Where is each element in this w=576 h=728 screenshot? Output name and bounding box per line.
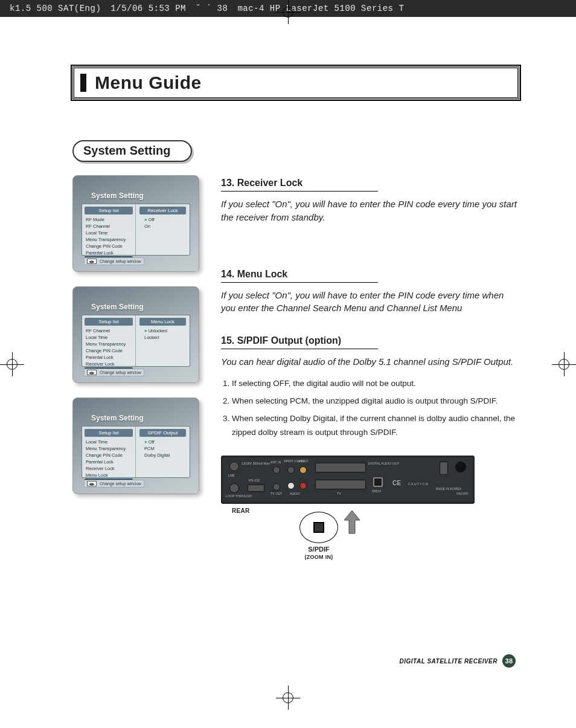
screenshot-column: System Setting Setup list RF Mode RF Cha… [72,175,205,560]
audio-r-icon [299,482,307,489]
zoom-label: S/PDIF [299,546,338,553]
left-list-header: Setup list [85,318,133,326]
body-spdif: You can hear digital audio of the Dolby … [221,355,519,369]
footer-text: Change setup window [100,259,141,263]
option: Dolby Digital [139,452,186,459]
page: k1.5 500 SAT(Eng) 1/5/06 5:53 PM ˘ ` 38 … [0,0,576,728]
list-item: Parental Lock [85,354,133,361]
list-item: When selecting PCM, the unzipped digital… [232,395,519,408]
list-item: Change PIN Code [85,347,133,354]
list-item: Local Time [85,230,133,236]
body-receiver-lock: If you select "On", you will have to ent… [221,198,519,224]
right-list-header: SPDIF Output [139,429,186,437]
title-box: Menu Guide [72,66,519,99]
option-selected: Unlocked [139,327,186,334]
caution-text: C A U T I O N [408,482,428,486]
crop-mark-left [0,352,24,376]
section-pill: System Setting [72,140,192,162]
list-item: Local Time [85,334,133,341]
heading-menu-lock: 14. Menu Lock [221,269,519,283]
heading-underline [221,349,378,349]
ant-in-text: ANT IN [270,460,281,464]
zoom-circle [299,512,338,543]
screenshot-footer: ◀▶ Change setup window [84,480,144,488]
heading-underline [221,282,378,283]
video-port-icon [299,466,307,474]
rs232-port-icon [248,485,264,492]
print-job-pagemark: ˘ ` 38 [196,0,228,17]
option: PCM [139,445,186,452]
heading-text: 13. Receiver Lock [221,178,302,188]
list-item: Receiver Lock [85,465,133,472]
zoom-in-block: S/PDIF (ZOOM IN) [299,512,338,560]
rear-panel-wrap: 13/18V 500mA Max. LNB LOOP THROUGH RS-23… [221,456,519,560]
spdif-list: If selecting OFF, the digital audio will… [221,377,519,440]
tv-out-icon [273,483,280,491]
left-item-list: Local Time Menu Transparency Change PIN … [85,439,133,485]
list-item: Menu Transparency [85,445,133,452]
option: On [139,223,186,230]
crop-mark-top [276,0,300,24]
left-list-header: Setup list [85,207,133,214]
footer-text: DIGITAL SATELLITE RECEIVER [400,658,498,665]
onoff-text: ON/OFF [456,492,469,495]
tv-out-text: TV OUT [270,492,283,495]
list-item: RF Channel [85,223,133,230]
scart-2-icon [315,480,366,489]
digital-out-text: DIGITAL AUDIO OUT [368,462,399,465]
list-item: RF Channel [85,327,133,334]
list-item: If selecting OFF, the digital audio will… [232,377,519,391]
list-item: Parental Lock [85,250,133,256]
left-item-list: RF Mode RF Channel Local Time Menu Trans… [85,216,133,263]
list-item: When selecting Dolby Digital, if the cur… [232,412,519,440]
loop-port-icon [229,483,239,493]
fuse-icon [440,462,448,475]
power-switch-icon [455,462,466,472]
footer-text: Change setup window [100,482,141,486]
body-menu-lock: If you select "On", you will have to ent… [221,289,519,315]
lnb-text: LNB [228,474,234,477]
heading-text: 14. Menu Lock [221,269,287,279]
crop-mark-right [552,352,576,376]
page-footer: DIGITAL SATELLITE RECEIVER 38 [400,654,516,668]
spdif-zoom-icon [313,522,324,533]
list-item: Change PIN Code [85,452,133,459]
rs232-text: RS-232 [249,478,260,482]
print-job-device: mac-4 HP LaserJet 5100 Series T [237,0,404,17]
option-selected: Off [139,439,186,445]
text-column: 13. Receiver Lock If you select "On", yo… [221,175,519,560]
left-list-header: Setup list [85,429,133,437]
page-title: Menu Guide [95,72,202,93]
footer-text: Change setup window [100,370,141,375]
spdif-text: SPDIF [372,489,382,493]
list-item: Menu Transparency [85,341,133,347]
screenshot-panel: Setup list RF Mode RF Channel Local Time… [82,204,190,256]
list-item: RF Mode [85,216,133,223]
lnb-label: 13/18V 500mA Max. [242,462,270,465]
audio-l-icon [287,482,295,489]
print-job-date: 1/5/06 5:53 PM [110,0,186,17]
screenshot-spdif-output: System Setting Setup list Local Time Men… [72,398,199,494]
option-selected: Off [139,216,186,223]
content-column: Menu Guide System Setting System Setting… [72,66,519,560]
arrow-up-icon [342,509,362,536]
screenshot-footer: ◀▶ Change setup window [84,257,144,265]
title-left-bar [80,74,86,92]
made-in-text: MADE IN KOREA [436,487,461,491]
left-item-list: RF Channel Local Time Menu Transparency … [85,327,133,374]
list-item: Local Time [85,439,133,445]
screenshot-title: System Setting [91,192,144,200]
video-text: VIDEO [298,459,309,463]
zoom-sublabel: (ZOOM IN) [299,554,338,560]
screenshot-menu-lock: System Setting Setup list RF Channel Loc… [72,286,199,383]
ce-mark-icon: CE [392,480,401,486]
heading-underline [221,191,378,192]
spdif-optic-icon [287,466,295,474]
right-list-header: Menu Lock [139,318,186,326]
heading-spdif: 15. S/PDIF Output (option) [221,335,519,349]
scart-1-icon [315,463,366,472]
arrow-key-icon: ◀▶ [87,481,97,486]
screenshot-title: System Setting [91,303,144,311]
heading-receiver-lock: 13. Receiver Lock [221,178,519,192]
list-item: Parental Lock [85,459,133,465]
